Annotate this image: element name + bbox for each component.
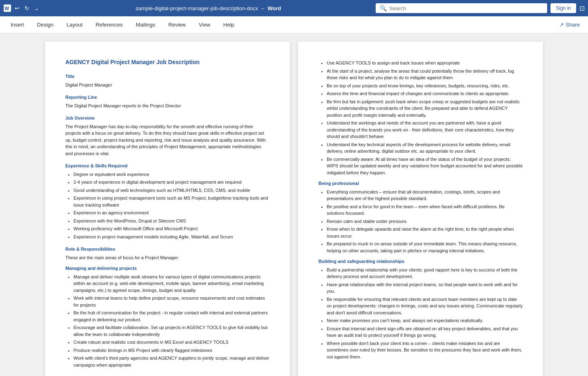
document-title: sample-digital-project-manager-job-descr… — [136, 5, 258, 11]
role-resp-block: Role & Responsibilities These are the ma… — [65, 246, 270, 368]
word-logo-icon: W — [3, 4, 11, 12]
list-item: Remain calm and stable under pressure. — [327, 218, 523, 225]
tab-references[interactable]: References — [90, 19, 128, 30]
risk-block: Use AGENCY TOOLS to assign and track iss… — [318, 60, 523, 176]
tab-view[interactable]: View — [193, 19, 216, 30]
tab-mailings[interactable]: Mailings — [130, 19, 161, 30]
list-item: Build a partnership relationship with yo… — [327, 267, 523, 280]
list-item: Encourage and facilitate collaboration. … — [74, 324, 270, 338]
ribbon: Insert Design Layout References Mailings… — [0, 16, 588, 33]
list-item: Never make promises you can't keep, and … — [327, 317, 523, 324]
managing-label: Managing and delivering projects — [65, 265, 270, 272]
list-item: Be prepared to muck in on areas outside … — [327, 240, 523, 254]
title-section-block: Title Digital Project Manager — [65, 73, 270, 88]
being-professional-label: Being professional — [318, 180, 523, 187]
job-overview-label: Job Overview — [65, 115, 270, 122]
list-item: Understand the key technical aspects of … — [327, 141, 523, 155]
list-item: Produce realistic timings in MS Project … — [74, 347, 270, 354]
title-separator: – — [261, 5, 264, 11]
list-item: Create robust and realistic cost documen… — [74, 339, 270, 346]
list-item: Be the hub of communication for the proj… — [74, 309, 270, 323]
role-resp-label: Role & Responsibilities — [65, 246, 270, 253]
search-bar[interactable]: 🔍 — [376, 3, 547, 13]
list-item: Degree or equivalent work experience — [74, 171, 270, 178]
title-bar: W ↩ ↻ ⌄ sample-digital-project-manager-j… — [0, 0, 588, 16]
search-input[interactable] — [389, 5, 543, 11]
title-section: sample-digital-project-manager-job-descr… — [44, 5, 372, 11]
list-item: Experience in an agency environment — [74, 209, 270, 216]
list-item: Everything communicates – ensure that al… — [327, 189, 523, 202]
being-professional-block: Being professional Everything communicat… — [318, 180, 523, 254]
document-area: AGENCY Digital Project Manager Job Descr… — [0, 33, 588, 376]
list-item: Good understanding of web technologies s… — [74, 187, 270, 194]
list-item: Experience in project management models … — [74, 234, 270, 240]
doc-page-right: Use AGENCY TOOLS to assign and track iss… — [298, 42, 543, 376]
tab-insert[interactable]: Insert — [5, 19, 30, 30]
share-button[interactable]: ↗ Share — [556, 20, 583, 29]
share-icon: ↗ — [559, 22, 564, 28]
restore-icon[interactable]: ⊡ — [579, 4, 585, 12]
list-item: Where possible don't back your client in… — [327, 340, 523, 360]
search-icon: 🔍 — [380, 5, 387, 11]
being-professional-list: Everything communicates – ensure that al… — [318, 189, 523, 254]
doc-main-title: AGENCY Digital Project Manager Job Descr… — [65, 58, 270, 67]
list-item: Have great relationships with the intern… — [327, 281, 523, 295]
building-label: Building and safeguarding relationships — [318, 258, 523, 265]
share-label: Share — [566, 22, 580, 28]
list-item: Work with client's third party agencies … — [74, 355, 270, 368]
job-overview-text: The Project Manager has day-to-day respo… — [65, 123, 270, 157]
doc-page-left: AGENCY Digital Project Manager Job Descr… — [45, 42, 290, 376]
list-item: Manage and deliver multiple work streams… — [74, 274, 270, 294]
app-name: Word — [267, 5, 281, 11]
exp-skills-label: Experience & Skills Required — [65, 162, 270, 169]
right-controls: Sign in ⊡ — [550, 3, 585, 13]
exp-skills-list: Degree or equivalent work experience 2-4… — [65, 171, 270, 240]
autosave-icon[interactable]: ⌄ — [33, 4, 41, 12]
list-item: Understand the workings and needs of the… — [327, 120, 523, 140]
list-item: Ensure that internal and client sign-off… — [327, 325, 523, 339]
managing-list: Manage and deliver multiple work streams… — [65, 274, 270, 369]
list-item: Working proficiency with Microsoft Offic… — [74, 225, 270, 232]
list-item: Use AGENCY TOOLS to assign and track iss… — [327, 60, 523, 67]
svg-text:W: W — [4, 6, 9, 11]
list-item: 2-4 years of experience in digital devel… — [74, 179, 270, 186]
tab-review[interactable]: Review — [163, 19, 192, 30]
sign-in-button[interactable]: Sign in — [550, 3, 576, 13]
list-item: Know when to delegate upwards and raise … — [327, 226, 523, 239]
list-item: Be on top of your projects and know timi… — [327, 82, 523, 89]
list-item: Experience with the WordPress, Drupal or… — [74, 218, 270, 225]
tab-layout[interactable]: Layout — [61, 19, 88, 30]
job-overview-block: Job Overview The Project Manager has day… — [65, 115, 270, 157]
list-item: Assess the time and financial impact of … — [327, 90, 523, 97]
list-item: Be positive and a force for good in the … — [327, 203, 523, 217]
exp-skills-block: Experience & Skills Required Degree or e… — [65, 162, 270, 240]
list-item: At the start of a project, analyse the a… — [327, 68, 523, 81]
list-item: Experience in using project management t… — [74, 195, 270, 208]
tab-help[interactable]: Help — [218, 19, 240, 30]
reporting-line-block: Reporting Line The Digital Project Manag… — [65, 94, 270, 109]
redo-icon[interactable]: ↻ — [23, 4, 31, 12]
reporting-line-value: The Digital Project Manager reports to t… — [65, 102, 270, 109]
building-list: Build a partnership relationship with yo… — [318, 267, 523, 360]
list-item: Work with internal teams to help define … — [74, 295, 270, 308]
title-label: Title — [65, 73, 270, 80]
building-block: Building and safeguarding relationships … — [318, 258, 523, 360]
undo-icon[interactable]: ↩ — [13, 4, 21, 12]
risk-list: Use AGENCY TOOLS to assign and track iss… — [318, 60, 523, 176]
window-controls[interactable]: W ↩ ↻ ⌄ — [3, 4, 41, 12]
reporting-line-label: Reporting Line — [65, 94, 270, 101]
list-item: Be firm but fair in judgement: push back… — [327, 98, 523, 119]
title-value: Digital Project Manager — [65, 82, 270, 89]
tab-design[interactable]: Design — [31, 19, 59, 30]
list-item: Be responsible for ensuring that relevan… — [327, 296, 523, 316]
list-item: Be commercially aware: At all times have… — [327, 156, 523, 176]
role-resp-intro: These are the main areas of focus for a … — [65, 254, 270, 261]
